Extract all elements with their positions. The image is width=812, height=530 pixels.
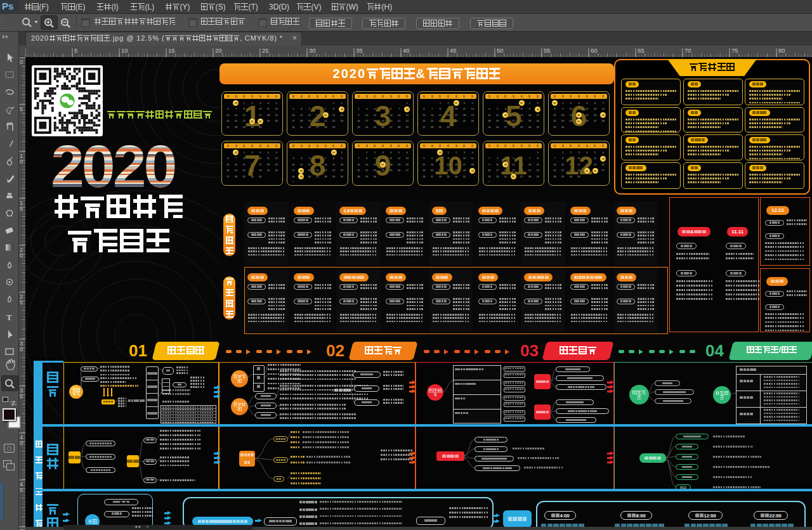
svg-text:5: 5 [20, 299, 23, 306]
svg-text:55: 55 [544, 47, 551, 54]
svg-text:10: 10 [121, 47, 128, 54]
svg-text:5: 5 [20, 487, 23, 493]
svg-text:35: 35 [356, 47, 363, 54]
svg-text:0: 0 [20, 158, 23, 165]
svg-text:5: 5 [20, 205, 23, 212]
svg-text:75: 75 [731, 47, 738, 54]
svg-text:25: 25 [262, 47, 269, 54]
svg-text:0: 0 [20, 252, 23, 259]
svg-text:20: 20 [215, 47, 222, 54]
svg-text:5: 5 [20, 393, 23, 399]
svg-text:0: 0 [20, 346, 23, 352]
svg-text:5: 5 [74, 47, 77, 54]
svg-text:5: 5 [20, 106, 23, 112]
svg-text:45: 45 [450, 47, 457, 54]
svg-text:70: 70 [684, 47, 691, 54]
svg-text:15: 15 [168, 47, 175, 54]
svg-text:65: 65 [638, 47, 645, 54]
svg-text:60: 60 [591, 47, 598, 54]
svg-text:0: 0 [20, 59, 23, 65]
svg-text:30: 30 [309, 47, 316, 54]
svg-text:50: 50 [497, 47, 504, 54]
svg-text:T: T [6, 313, 12, 322]
svg-text:0: 0 [20, 440, 23, 446]
svg-text:40: 40 [403, 47, 410, 54]
svg-text:80: 80 [778, 47, 785, 54]
